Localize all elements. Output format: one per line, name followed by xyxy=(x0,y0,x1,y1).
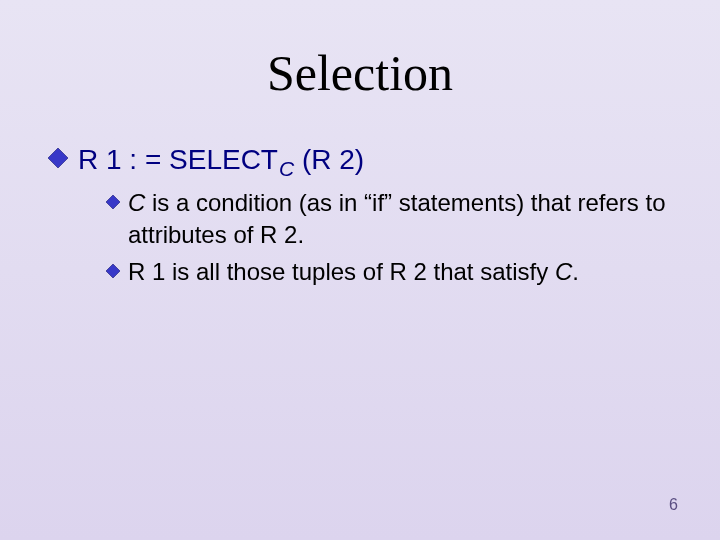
sub-bullet-list: C is a condition (as in “if” statements)… xyxy=(106,187,680,288)
sub2-part1: R 1 is all those tuples of R 2 that sati… xyxy=(128,258,555,285)
sub1-rest: is a condition (as in “if” statements) t… xyxy=(128,189,666,248)
small-diamond-icon xyxy=(106,264,120,282)
sub-bullet-1-text: C is a condition (as in “if” statements)… xyxy=(128,187,680,252)
small-diamond-icon xyxy=(106,195,120,213)
main-r2: (R 2) xyxy=(302,144,364,175)
svg-marker-2 xyxy=(106,264,120,278)
svg-marker-0 xyxy=(48,148,68,168)
slide-title: Selection xyxy=(0,44,720,102)
sub2-period: . xyxy=(572,258,579,285)
slide-content: R 1 : = SELECTC (R 2) C is a condition (… xyxy=(0,142,720,288)
sub2-italic-c: C xyxy=(555,258,572,285)
page-number: 6 xyxy=(669,496,678,514)
sub-bullet-1: C is a condition (as in “if” statements)… xyxy=(106,187,680,252)
main-bullet-text: R 1 : = SELECTC (R 2) xyxy=(78,142,364,177)
main-subscript-c: C xyxy=(279,157,300,180)
main-bullet: R 1 : = SELECTC (R 2) xyxy=(48,142,680,177)
sub1-italic-c: C xyxy=(128,189,152,216)
sub-bullet-2: R 1 is all those tuples of R 2 that sati… xyxy=(106,256,680,288)
sub-bullet-2-text: R 1 is all those tuples of R 2 that sati… xyxy=(128,256,579,288)
main-r1: R 1 : = SELECT xyxy=(78,144,278,175)
svg-marker-1 xyxy=(106,195,120,209)
diamond-bullet-icon xyxy=(48,148,68,172)
